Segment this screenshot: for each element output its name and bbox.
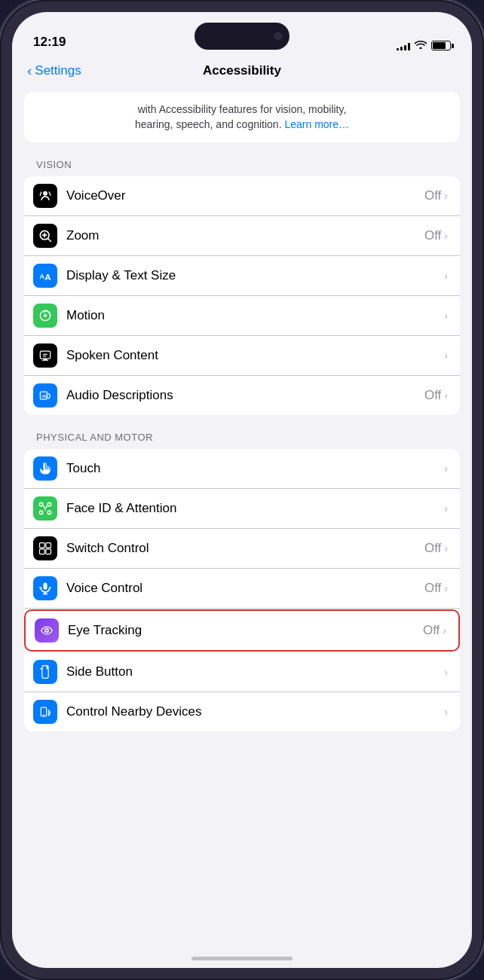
switch-control-icon	[33, 536, 57, 560]
learn-more-link[interactable]: Learn more…	[284, 118, 349, 130]
back-button[interactable]: ‹ Settings	[27, 63, 81, 79]
voiceover-chevron-icon: ›	[444, 190, 448, 202]
battery-icon	[431, 41, 451, 50]
phone-screen: 12:19	[12, 12, 472, 968]
status-icons	[397, 40, 451, 51]
eye-tracking-label: Eye Tracking	[68, 623, 423, 638]
voiceover-value: Off	[424, 188, 441, 203]
touch-icon	[33, 456, 57, 481]
side-button-row[interactable]: Side Button ›	[24, 652, 460, 692]
physical-motor-section: PHYSICAL AND MOTOR Touch ›	[24, 432, 460, 731]
back-chevron-icon: ‹	[27, 63, 32, 79]
voiceover-label: VoiceOver	[66, 188, 424, 203]
voice-control-row[interactable]: Voice Control Off ›	[24, 569, 460, 609]
side-button-label: Side Button	[66, 664, 444, 679]
home-indicator[interactable]	[191, 957, 293, 960]
battery-fill	[433, 42, 446, 49]
svg-rect-6	[40, 351, 50, 359]
svg-rect-19	[44, 583, 47, 590]
svg-point-13	[43, 505, 44, 507]
switch-control-value: Off	[424, 541, 441, 556]
audio-descriptions-row[interactable]: AD Audio Descriptions Off ›	[24, 376, 460, 415]
touch-row[interactable]: Touch ›	[24, 449, 460, 489]
voiceover-row[interactable]: VoiceOver Off ›	[24, 176, 460, 216]
side-button-icon	[33, 660, 57, 684]
physical-motor-list: Touch ›	[24, 449, 460, 731]
voice-control-value: Off	[424, 581, 441, 596]
zoom-icon	[33, 224, 57, 248]
svg-rect-17	[40, 549, 45, 554]
side-button-chevron-icon: ›	[444, 666, 448, 678]
audio-descriptions-label: Audio Descriptions	[66, 388, 424, 403]
audio-descriptions-value: Off	[424, 388, 441, 403]
spoken-content-label: Spoken Content	[66, 348, 444, 363]
svg-rect-11	[40, 511, 43, 514]
voice-control-icon	[33, 576, 57, 600]
spoken-content-row[interactable]: Spoken Content ›	[24, 336, 460, 376]
vision-list: VoiceOver Off ›	[24, 176, 460, 415]
zoom-row[interactable]: Zoom Off ›	[24, 216, 460, 256]
info-section: with Accessibility features for vision, …	[24, 92, 460, 142]
voice-control-label: Voice Control	[66, 581, 424, 596]
status-time: 12:19	[33, 35, 66, 51]
spoken-content-chevron-icon: ›	[444, 350, 448, 362]
switch-control-label: Switch Control	[66, 541, 424, 556]
face-id-row[interactable]: Face ID & Attention ›	[24, 489, 460, 529]
control-nearby-icon	[33, 700, 57, 724]
eye-tracking-icon	[35, 618, 59, 643]
switch-control-row[interactable]: Switch Control Off ›	[24, 529, 460, 569]
voice-control-chevron-icon: ›	[444, 582, 448, 594]
display-text-size-label: Display & Text Size	[66, 268, 444, 283]
svg-point-14	[46, 505, 47, 507]
audio-descriptions-icon: AD	[33, 383, 57, 408]
motion-label: Motion	[66, 308, 444, 323]
bottom-spacer	[12, 731, 472, 792]
nav-bar: ‹ Settings Accessibility	[12, 57, 472, 86]
control-nearby-row[interactable]: Control Nearby Devices ›	[24, 692, 460, 731]
svg-rect-9	[40, 503, 43, 506]
back-label: Settings	[35, 63, 81, 78]
signal-icon	[397, 41, 410, 50]
display-text-size-row[interactable]: A A Display & Text Size ›	[24, 256, 460, 296]
phone-frame: 12:19	[0, 0, 484, 980]
spoken-content-icon	[33, 343, 57, 368]
eye-tracking-value: Off	[423, 623, 440, 638]
svg-rect-15	[40, 543, 45, 548]
svg-rect-10	[47, 503, 51, 506]
face-id-label: Face ID & Attention	[66, 501, 444, 516]
zoom-value: Off	[424, 228, 441, 243]
display-text-size-chevron-icon: ›	[444, 270, 448, 282]
vision-header: VISION	[24, 159, 460, 176]
svg-rect-12	[47, 511, 51, 514]
info-text: with Accessibility features for vision, …	[36, 102, 448, 132]
svg-text:A: A	[44, 272, 51, 282]
eye-tracking-row[interactable]: Eye Tracking Off ›	[24, 609, 460, 652]
voiceover-icon	[33, 184, 57, 208]
front-camera	[274, 32, 282, 40]
motion-icon	[33, 304, 57, 328]
motion-row[interactable]: Motion ›	[24, 296, 460, 336]
svg-point-21	[46, 630, 48, 632]
zoom-chevron-icon: ›	[444, 230, 448, 242]
face-id-icon	[33, 496, 57, 521]
svg-point-0	[43, 191, 47, 196]
svg-point-5	[44, 314, 47, 317]
face-id-chevron-icon: ›	[444, 502, 448, 514]
control-nearby-chevron-icon: ›	[444, 706, 448, 718]
physical-motor-header: PHYSICAL AND MOTOR	[24, 432, 460, 449]
svg-rect-18	[46, 549, 51, 554]
switch-control-chevron-icon: ›	[444, 542, 448, 554]
screen-content[interactable]: 12:19	[12, 12, 472, 968]
touch-label: Touch	[66, 461, 444, 476]
control-nearby-label: Control Nearby Devices	[66, 704, 444, 719]
display-text-size-icon: A A	[33, 264, 57, 288]
svg-point-24	[43, 715, 44, 716]
wifi-icon	[415, 40, 427, 51]
eye-tracking-chevron-icon: ›	[443, 624, 446, 637]
svg-rect-16	[46, 543, 51, 548]
dynamic-island	[195, 23, 289, 50]
svg-text:AD: AD	[41, 394, 47, 398]
touch-chevron-icon: ›	[444, 463, 448, 475]
motion-chevron-icon: ›	[444, 310, 448, 322]
zoom-label: Zoom	[66, 228, 424, 243]
